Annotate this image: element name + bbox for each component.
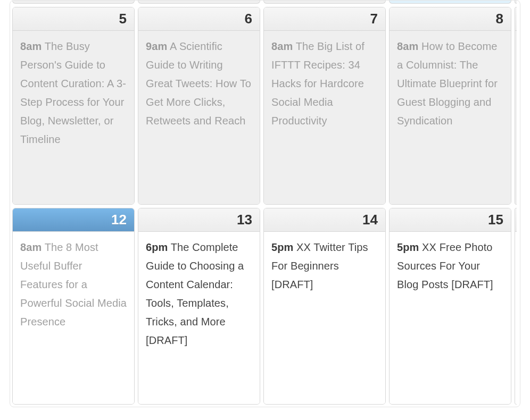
day-cell[interactable]: 5 8am The Busy Person's Guide to Content… (12, 7, 135, 205)
day-number: 13 (138, 208, 260, 232)
day-cell-today[interactable]: 12 8am The 8 Most Useful Buffer Features… (12, 208, 135, 405)
event-time: 8am (397, 40, 418, 52)
calendar-event[interactable]: 5pm XX Twitter Tips For Beginners [DRAFT… (271, 238, 378, 294)
event-time: 6pm (146, 241, 168, 253)
day-body: 5pm XX Twitter Tips For Beginners [DRAFT… (264, 232, 385, 404)
calendar-shell: 5 8am The Busy Person's Guide to Content… (10, 0, 520, 407)
calendar-event[interactable]: 5pm XX Free Photo Sources For Your Blog … (397, 238, 503, 294)
day-cell[interactable]: 6 9am A Scientific Guide to Writing Grea… (138, 7, 260, 205)
sliver-cell-partial (515, 1, 517, 4)
day-cell[interactable]: 14 5pm XX Twitter Tips For Beginners [DR… (263, 208, 386, 405)
day-cell[interactable]: 15 5pm XX Free Photo Sources For Your Bl… (389, 208, 511, 405)
calendar-event[interactable]: 8am How to Become a Columnist: The Ultim… (397, 37, 503, 130)
calendar-event[interactable]: 8am The Busy Person's Guide to Content C… (20, 37, 127, 149)
day-cell[interactable]: 7 8am The Big List of IFTTT Recipes: 34 … (263, 7, 386, 205)
day-number: 6 (138, 7, 260, 31)
sliver-cell (263, 1, 386, 4)
sliver-cell (138, 1, 260, 4)
calendar-event[interactable]: 9am A Scientific Guide to Writing Great … (146, 37, 252, 130)
day-body: 6pm The Complete Guide to Choosing a Con… (138, 232, 260, 404)
day-body (515, 232, 517, 404)
sliver-cell (12, 1, 135, 4)
previous-week-sliver (12, 1, 518, 4)
day-cell-partial[interactable] (515, 7, 517, 205)
day-number: 8 (390, 7, 511, 31)
day-number: 15 (390, 208, 511, 232)
week-row: 12 8am The 8 Most Useful Buffer Features… (12, 208, 518, 405)
event-title: A Scientific Guide to Writing Great Twee… (146, 40, 251, 127)
event-title: How to Become a Columnist: The Ultimate … (397, 40, 498, 127)
sliver-cell-highlighted (389, 1, 511, 4)
day-body: 8am The Busy Person's Guide to Content C… (13, 31, 134, 204)
day-cell-partial[interactable] (515, 208, 517, 405)
day-number: 14 (264, 208, 385, 232)
event-title: The 8 Most Useful Buffer Features for a … (20, 241, 127, 327)
event-time: 9am (146, 40, 167, 52)
event-time: 8am (20, 241, 42, 253)
day-body: 8am The 8 Most Useful Buffer Features fo… (13, 232, 134, 404)
day-number: 5 (13, 7, 134, 31)
calendar-event[interactable]: 8am The 8 Most Useful Buffer Features fo… (20, 238, 127, 331)
day-body: 9am A Scientific Guide to Writing Great … (138, 31, 260, 204)
week-row: 5 8am The Busy Person's Guide to Content… (12, 7, 518, 205)
day-body: 8am The Big List of IFTTT Recipes: 34 Ha… (264, 31, 385, 204)
day-number-partial (515, 208, 517, 232)
event-time: 8am (20, 40, 42, 52)
event-title: The Busy Person's Guide to Content Curat… (20, 40, 126, 145)
event-title: The Complete Guide to Choosing a Content… (146, 241, 244, 346)
day-number-partial (515, 7, 517, 31)
calendar-viewport: 5 8am The Busy Person's Guide to Content… (0, 0, 530, 420)
day-number: 7 (264, 7, 385, 31)
day-body: 8am How to Become a Columnist: The Ultim… (390, 31, 511, 204)
day-body (515, 31, 517, 204)
event-time: 8am (271, 40, 293, 52)
event-time: 5pm (271, 241, 293, 253)
day-cell[interactable]: 13 6pm The Complete Guide to Choosing a … (138, 208, 260, 405)
calendar-event[interactable]: 8am The Big List of IFTTT Recipes: 34 Ha… (271, 37, 378, 130)
day-body: 5pm XX Free Photo Sources For Your Blog … (390, 232, 511, 404)
day-number-today: 12 (13, 208, 134, 232)
calendar-event[interactable]: 6pm The Complete Guide to Choosing a Con… (146, 238, 252, 350)
day-cell[interactable]: 8 8am How to Become a Columnist: The Ult… (389, 7, 511, 205)
event-title: The Big List of IFTTT Recipes: 34 Hacks … (271, 40, 365, 127)
event-time: 5pm (397, 241, 419, 253)
